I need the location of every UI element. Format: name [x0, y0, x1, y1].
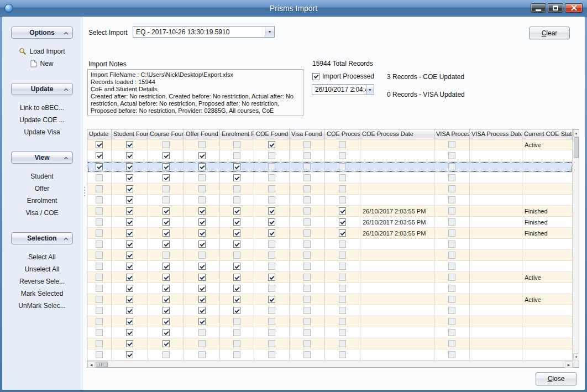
row-checkbox[interactable] [96, 285, 103, 292]
row-checkbox[interactable] [233, 141, 240, 148]
row-checkbox[interactable] [339, 196, 346, 203]
row-checkbox[interactable] [339, 218, 346, 226]
row-checkbox[interactable] [126, 218, 133, 226]
row-checkbox[interactable] [96, 196, 103, 203]
row-checkbox[interactable] [448, 241, 455, 248]
clear-button[interactable]: Clear [529, 27, 570, 39]
row-checkbox[interactable] [163, 174, 170, 181]
row-checkbox[interactable] [448, 285, 455, 292]
row-checkbox[interactable] [198, 252, 206, 259]
scroll-up-icon[interactable]: ▲ [573, 129, 579, 137]
row-checkbox[interactable] [233, 185, 240, 192]
row-checkbox[interactable] [448, 263, 455, 270]
row-checkbox[interactable] [126, 241, 133, 248]
row-checkbox[interactable] [96, 229, 103, 237]
sidebar-item-student[interactable]: Student [2, 170, 82, 182]
sidebar-item-unselect-all[interactable]: Unselect All [2, 263, 82, 275]
section-header-view[interactable]: View [11, 151, 73, 164]
table-row[interactable] [87, 173, 573, 184]
row-checkbox[interactable] [233, 274, 240, 281]
vertical-scrollbar[interactable]: ▲ ▼ [573, 129, 579, 360]
row-checkbox[interactable] [448, 274, 455, 281]
row-checkbox[interactable] [303, 241, 311, 248]
column-header-enrolment-found[interactable]: Enrolment Found [220, 129, 254, 139]
row-checkbox[interactable] [339, 296, 346, 303]
row-checkbox[interactable] [126, 229, 133, 237]
row-checkbox[interactable] [198, 229, 206, 237]
row-checkbox[interactable] [126, 185, 133, 192]
select-import-dropdown[interactable]: EQ - 2017-10-26 13:30:19.5910 ▼ [133, 26, 275, 38]
sidebar-item-link-to-ebec[interactable]: Link to eBEC... [2, 102, 82, 114]
table-row[interactable] [87, 239, 573, 250]
row-checkbox[interactable] [126, 351, 133, 358]
column-header-course-found[interactable]: Course Found [148, 129, 184, 139]
row-checkbox[interactable] [268, 296, 275, 303]
row-checkbox[interactable] [339, 351, 346, 358]
minimize-button[interactable] [531, 3, 546, 13]
row-checkbox[interactable] [163, 307, 170, 314]
row-checkbox[interactable] [339, 185, 346, 192]
row-checkbox[interactable] [303, 329, 311, 336]
row-checkbox[interactable] [198, 318, 206, 325]
row-checkbox[interactable] [268, 196, 275, 203]
row-checkbox[interactable] [233, 263, 240, 270]
process-date-dropdown[interactable]: 26/10/2017 2:04:49 ▼ [312, 84, 374, 95]
table-row[interactable] [87, 316, 573, 327]
row-checkbox[interactable] [233, 152, 240, 159]
row-checkbox[interactable] [126, 285, 133, 292]
row-checkbox[interactable] [126, 274, 133, 281]
row-checkbox[interactable] [233, 218, 240, 226]
row-checkbox[interactable] [233, 340, 240, 347]
vertical-scroll-thumb[interactable] [574, 137, 579, 158]
row-checkbox[interactable] [163, 207, 170, 215]
sidebar-item-new[interactable]: New [2, 58, 82, 70]
row-checkbox[interactable] [233, 174, 240, 181]
column-header-coe-found[interactable]: COE Found [254, 129, 290, 139]
table-row[interactable] [87, 195, 573, 206]
column-header-coe-process-date[interactable]: COE Process Date [360, 129, 434, 139]
table-row[interactable] [87, 161, 573, 173]
table-row[interactable] [87, 250, 573, 261]
row-checkbox[interactable] [339, 174, 346, 181]
row-checkbox[interactable] [233, 207, 240, 215]
row-checkbox[interactable] [303, 296, 311, 303]
column-header-coe-processed[interactable]: COE Processed [325, 129, 360, 139]
row-checkbox[interactable] [339, 329, 346, 336]
chevron-down-icon[interactable]: ▼ [265, 27, 274, 37]
row-checkbox[interactable] [233, 163, 240, 170]
row-checkbox[interactable] [448, 318, 455, 325]
row-checkbox[interactable] [268, 218, 275, 226]
row-checkbox[interactable] [96, 218, 103, 226]
row-checkbox[interactable] [163, 285, 170, 292]
row-checkbox[interactable] [448, 196, 455, 203]
table-row[interactable] [87, 283, 573, 294]
row-checkbox[interactable] [339, 229, 346, 237]
row-checkbox[interactable] [198, 163, 206, 170]
row-checkbox[interactable] [448, 329, 455, 336]
row-checkbox[interactable] [268, 340, 275, 347]
row-checkbox[interactable] [303, 252, 311, 259]
row-checkbox[interactable] [96, 152, 103, 159]
table-row[interactable]: Active [87, 272, 573, 283]
row-checkbox[interactable] [303, 274, 311, 281]
row-checkbox[interactable] [448, 218, 455, 226]
row-checkbox[interactable] [233, 229, 240, 237]
row-checkbox[interactable] [268, 174, 275, 181]
row-checkbox[interactable] [96, 263, 103, 270]
row-checkbox[interactable] [163, 229, 170, 237]
sidebar-item-visa-coe[interactable]: Visa / COE [2, 207, 82, 219]
row-checkbox[interactable] [268, 263, 275, 270]
row-checkbox[interactable] [198, 174, 206, 181]
row-checkbox[interactable] [448, 163, 455, 170]
row-checkbox[interactable] [339, 285, 346, 292]
row-checkbox[interactable] [268, 141, 275, 148]
row-checkbox[interactable] [233, 329, 240, 336]
row-checkbox[interactable] [163, 274, 170, 281]
row-checkbox[interactable] [163, 263, 170, 270]
row-checkbox[interactable] [303, 141, 311, 148]
sidebar-item-update-coe[interactable]: Update COE ... [2, 114, 82, 126]
row-checkbox[interactable] [448, 351, 455, 358]
row-checkbox[interactable] [163, 218, 170, 226]
row-checkbox[interactable] [198, 241, 206, 248]
row-checkbox[interactable] [268, 207, 275, 215]
